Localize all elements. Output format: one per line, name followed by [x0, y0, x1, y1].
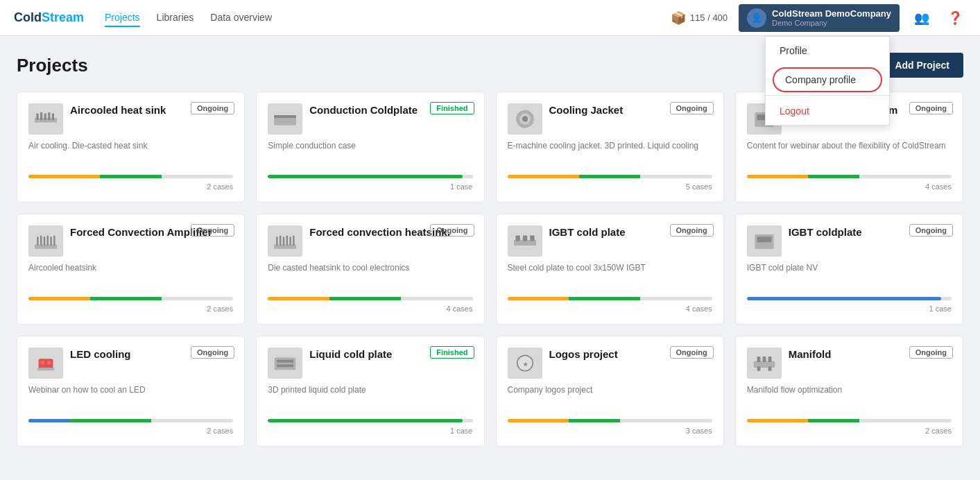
svg-rect-38: [277, 359, 293, 362]
svg-rect-1: [36, 113, 38, 120]
progress-bar: [268, 419, 472, 422]
help-button[interactable]: ❓: [944, 7, 966, 29]
progress-bar: [508, 419, 712, 422]
card-footer: 1 case: [268, 175, 472, 191]
project-card-aircooled-heat-sink[interactable]: Ongoing Aircooled heat sink Air cooling.…: [17, 92, 245, 203]
nav-links: Projects Libraries Data overview: [105, 9, 671, 27]
user-menu-trigger[interactable]: 👤 ColdStream DemoCompany Demo Company: [739, 4, 900, 32]
add-members-button[interactable]: 👥: [911, 7, 933, 29]
user-company: Demo Company: [772, 19, 891, 27]
project-card-cooling-jacket[interactable]: Ongoing Cooling Jacket E-machine cooling…: [496, 92, 724, 203]
cases-count: 2 cases: [28, 427, 233, 435]
svg-rect-21: [276, 237, 277, 246]
progress-bar: [508, 297, 712, 300]
status-badge: Finished: [430, 102, 474, 114]
status-badge: Ongoing: [909, 102, 953, 114]
card-footer: 2 cases: [28, 175, 233, 191]
project-card-led-cooling[interactable]: Ongoing LED cooling Webinar on how to co…: [17, 336, 245, 447]
dropdown-company-profile[interactable]: Company profile: [773, 67, 882, 92]
logo[interactable]: ColdStream: [14, 10, 84, 25]
projects-grid: Ongoing Aircooled heat sink Air cooling.…: [17, 92, 963, 447]
progress-bar: [268, 175, 472, 178]
page-title: Projects: [17, 55, 88, 76]
project-card-forced-convection-amplifier[interactable]: Ongoing Forced Convection Amplifier Airc…: [17, 214, 245, 325]
card-description: Simple conduction case: [268, 140, 472, 168]
status-badge: Ongoing: [670, 224, 714, 237]
project-card-forced-convection-heatsink[interactable]: Ongoing Forced convection heatsink. Die …: [256, 214, 484, 325]
card-thumbnail: [28, 348, 63, 379]
project-card-igbt-coldplate[interactable]: Ongoing IGBT coldplate IGBT cold plate N…: [735, 214, 963, 325]
svg-rect-37: [275, 357, 295, 370]
svg-rect-28: [515, 235, 519, 241]
user-dropdown-menu: Profile Company profile Logout: [765, 36, 890, 126]
svg-rect-44: [762, 357, 766, 362]
svg-point-10: [522, 116, 528, 121]
svg-rect-26: [293, 235, 294, 245]
progress-bar: [747, 297, 952, 300]
card-footer: 4 cases: [747, 175, 952, 191]
add-project-button[interactable]: Add Project: [881, 53, 963, 78]
card-thumbnail: [28, 103, 63, 135]
svg-rect-45: [768, 357, 771, 362]
card-description: Die casted heatsink to cool electronics: [268, 262, 472, 290]
user-info: ColdStream DemoCompany Demo Company: [772, 8, 891, 27]
svg-rect-15: [40, 235, 42, 245]
card-footer: 2 cases: [28, 419, 233, 435]
svg-rect-4: [48, 112, 50, 120]
svg-rect-25: [290, 237, 291, 246]
card-footer: 2 cases: [28, 297, 233, 313]
status-badge: Ongoing: [191, 224, 234, 237]
storage-text: 115 / 400: [690, 12, 728, 23]
svg-rect-5: [52, 113, 54, 120]
status-badge: Ongoing: [670, 346, 714, 359]
status-badge: Ongoing: [909, 346, 953, 359]
card-footer: 1 case: [747, 297, 952, 313]
nav-link-libraries[interactable]: Libraries: [157, 9, 194, 27]
card-thumbnail: [268, 225, 302, 257]
cases-count: 4 cases: [508, 305, 712, 313]
user-avatar: 👤: [747, 8, 766, 28]
progress-bar: [28, 175, 233, 178]
card-thumbnail: [268, 348, 302, 379]
card-thumbnail: [747, 225, 782, 257]
cases-count: 1 case: [268, 427, 472, 435]
nav-link-data-overview[interactable]: Data overview: [210, 9, 272, 27]
cases-count: 1 case: [268, 182, 472, 191]
status-badge: Ongoing: [191, 102, 234, 114]
svg-rect-36: [37, 368, 54, 370]
project-card-conduction-coldplate[interactable]: Finished Conduction Coldplate Simple con…: [256, 92, 484, 203]
svg-rect-39: [277, 364, 293, 367]
status-badge: Ongoing: [191, 346, 234, 359]
card-footer: 5 cases: [508, 175, 712, 191]
svg-rect-17: [47, 235, 49, 245]
svg-rect-7: [274, 115, 296, 118]
nav-right: 📦 115 / 400 👤 ColdStream DemoCompany Dem…: [671, 4, 966, 32]
svg-rect-43: [757, 357, 760, 362]
dropdown-profile[interactable]: Profile: [766, 37, 889, 65]
progress-bar: [508, 175, 712, 178]
project-card-logos-project[interactable]: Ongoing ★ Logos project Company logos pr…: [496, 336, 724, 447]
project-card-igbt-cold-plate[interactable]: Ongoing IGBT cold plate Steel cold plate…: [496, 214, 724, 325]
progress-bar: [28, 297, 233, 300]
nav-link-projects[interactable]: Projects: [105, 9, 140, 27]
progress-bar: [268, 297, 472, 300]
card-description: Webinar on how to cool an LED: [28, 384, 233, 412]
navbar: ColdStream Projects Libraries Data overv…: [0, 0, 980, 36]
card-thumbnail: ★: [508, 348, 542, 379]
project-card-manifold[interactable]: Ongoing Manifold Manifold flow optimizat…: [735, 336, 963, 447]
svg-text:★: ★: [522, 361, 528, 367]
cases-count: 5 cases: [508, 182, 712, 191]
project-card-liquid-cold-plate[interactable]: Finished Liquid cold plate 3D printed li…: [256, 336, 484, 447]
card-description: IGBT cold plate NV: [747, 262, 952, 290]
svg-rect-32: [757, 237, 771, 242]
svg-rect-34: [41, 361, 44, 364]
card-footer: 4 cases: [268, 297, 472, 313]
card-thumbnail: [28, 225, 63, 257]
status-badge: Ongoing: [430, 224, 474, 237]
status-badge: Ongoing: [909, 224, 953, 237]
cases-count: 4 cases: [747, 182, 952, 191]
card-thumbnail: [747, 348, 782, 379]
svg-rect-33: [39, 359, 53, 368]
svg-rect-23: [283, 237, 284, 246]
dropdown-logout[interactable]: Logout: [766, 97, 889, 125]
